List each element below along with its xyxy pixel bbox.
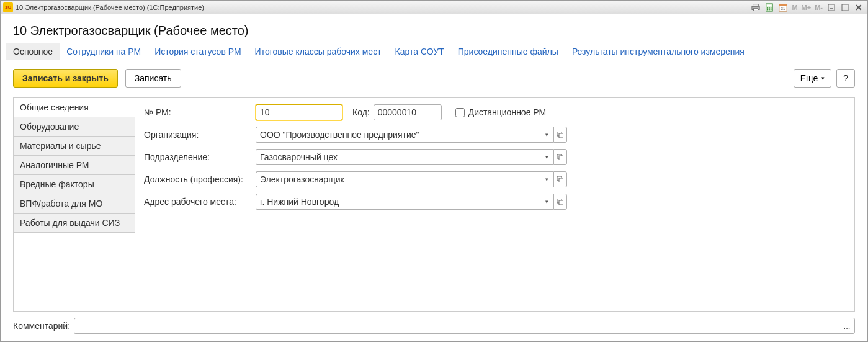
tab-status-history[interactable]: История статусов РМ (154, 47, 241, 56)
svg-rect-22 (559, 178, 563, 182)
row-address: Адрес рабочего места: ▾ (144, 194, 846, 210)
toolbar: Записать и закрыть Записать Еще▾ ? (13, 69, 855, 88)
open-organization-button[interactable] (553, 127, 567, 143)
tab-main[interactable]: Основное (6, 43, 60, 60)
maximize-button[interactable] (839, 2, 851, 12)
tab-employees[interactable]: Сотрудники на РМ (66, 47, 141, 56)
input-code[interactable] (374, 104, 442, 120)
select-position: ▾ (256, 171, 571, 187)
checkbox-remote-wrap[interactable]: Дистанционное РМ (453, 106, 546, 119)
svg-rect-0 (753, 4, 759, 6)
input-position[interactable] (256, 171, 540, 187)
label-position: Должность (профессия): (144, 174, 256, 184)
svg-rect-20 (559, 156, 563, 160)
print-icon[interactable] (749, 2, 762, 12)
label-code: Код: (352, 107, 370, 117)
dropdown-address-button[interactable]: ▾ (540, 194, 553, 210)
svg-rect-14 (828, 4, 834, 11)
logo-text: 1C (5, 4, 11, 10)
chevron-down-icon: ▾ (821, 75, 825, 81)
window-title: 10 Электрогазосварщик (Рабочее место) (1… (16, 4, 204, 11)
svg-point-6 (769, 7, 771, 9)
row-organization: Организация: ▾ (144, 127, 846, 143)
label-remote: Дистанционное РМ (468, 107, 546, 117)
label-department: Подразделение: (144, 152, 256, 162)
svg-point-10 (771, 9, 772, 10)
select-address: ▾ (256, 194, 571, 210)
tab-measurements[interactable]: Результаты инструментального измерения (572, 47, 745, 56)
page-title: 10 Электрогазосварщик (Рабочее место) (13, 24, 855, 38)
checkbox-remote[interactable] (455, 108, 465, 117)
help-button[interactable]: ? (836, 69, 855, 88)
memory-m-button[interactable]: M (790, 2, 799, 12)
dropdown-department-button[interactable]: ▾ (540, 149, 553, 165)
select-organization: ▾ (256, 127, 571, 143)
svg-rect-18 (559, 133, 563, 138)
svg-point-9 (769, 9, 771, 10)
calculator-icon[interactable] (763, 2, 776, 12)
row-position: Должность (профессия): ▾ (144, 171, 846, 187)
side-tabs: Общие сведения Оборудование Материалы и … (14, 98, 135, 311)
content-area: 10 Электрогазосварщик (Рабочее место) Ос… (1, 14, 867, 341)
toolbar-right: Еще▾ ? (794, 69, 855, 88)
svg-point-8 (767, 9, 769, 10)
side-tab-similar[interactable]: Аналогичные РМ (14, 156, 135, 175)
label-organization: Организация: (144, 130, 256, 140)
input-department[interactable] (256, 149, 540, 165)
open-position-button[interactable] (553, 171, 567, 187)
row-rm-no: № РМ: Код: Дистанционное РМ (144, 104, 846, 120)
save-and-close-button[interactable]: Записать и закрыть (13, 69, 118, 88)
side-tab-equipment[interactable]: Оборудование (14, 117, 135, 137)
side-tab-hazards[interactable]: Вредные факторы (14, 175, 135, 194)
tab-sout-map[interactable]: Карта СОУТ (395, 47, 444, 56)
side-tab-general[interactable]: Общие сведения (14, 98, 135, 117)
titlebar: 1C 10 Электрогазосварщик (Рабочее место)… (1, 1, 867, 14)
memory-mminus-button[interactable]: M- (813, 2, 824, 12)
comment-row: Комментарий: ... (13, 318, 855, 334)
tab-attachments[interactable]: Присоединенные файлы (458, 47, 558, 56)
more-label: Еще (800, 73, 818, 83)
open-department-button[interactable] (553, 149, 567, 165)
comment-expand-button[interactable]: ... (839, 318, 855, 334)
form-area: № РМ: Код: Дистанционное РМ Организация:… (135, 98, 854, 311)
side-tab-materials[interactable]: Материалы и сырье (14, 137, 135, 156)
tab-final-classes[interactable]: Итоговые классы рабочих мест (255, 47, 382, 56)
svg-rect-4 (767, 4, 772, 6)
svg-rect-16 (842, 4, 848, 11)
label-rm-no: № РМ: (144, 107, 256, 117)
svg-point-5 (767, 7, 769, 9)
svg-point-7 (771, 7, 772, 9)
close-button[interactable]: ✕ (852, 2, 865, 12)
label-comment: Комментарий: (13, 321, 70, 331)
side-tab-siz[interactable]: Работы для выдачи СИЗ (14, 214, 135, 233)
calendar-icon[interactable]: 31 (777, 2, 789, 12)
svg-rect-12 (779, 4, 787, 6)
nav-tabs: Основное Сотрудники на РМ История статус… (13, 47, 855, 56)
label-address: Адрес рабочего места: (144, 197, 256, 207)
memory-mplus-button[interactable]: M+ (800, 2, 813, 12)
save-button[interactable]: Записать (125, 69, 181, 88)
main-area: Общие сведения Оборудование Материалы и … (13, 97, 855, 312)
input-organization[interactable] (256, 127, 540, 143)
side-tab-vpf[interactable]: ВПФ/работа для МО (14, 194, 135, 214)
svg-rect-24 (559, 200, 563, 205)
input-comment[interactable] (74, 318, 839, 334)
input-rm-no[interactable] (256, 104, 342, 120)
minimize-button[interactable] (825, 2, 838, 12)
app-logo-icon: 1C (3, 2, 13, 12)
open-address-button[interactable] (553, 194, 567, 210)
input-address[interactable] (256, 194, 540, 210)
svg-text:31: 31 (781, 6, 785, 11)
svg-rect-2 (754, 8, 758, 11)
row-department: Подразделение: ▾ (144, 149, 846, 165)
window: 1C 10 Электрогазосварщик (Рабочее место)… (0, 0, 868, 342)
more-button[interactable]: Еще▾ (794, 69, 832, 88)
select-department: ▾ (256, 149, 571, 165)
titlebar-icons: 31 M M+ M- ✕ (749, 2, 865, 12)
dropdown-organization-button[interactable]: ▾ (540, 127, 553, 143)
dropdown-position-button[interactable]: ▾ (540, 171, 553, 187)
